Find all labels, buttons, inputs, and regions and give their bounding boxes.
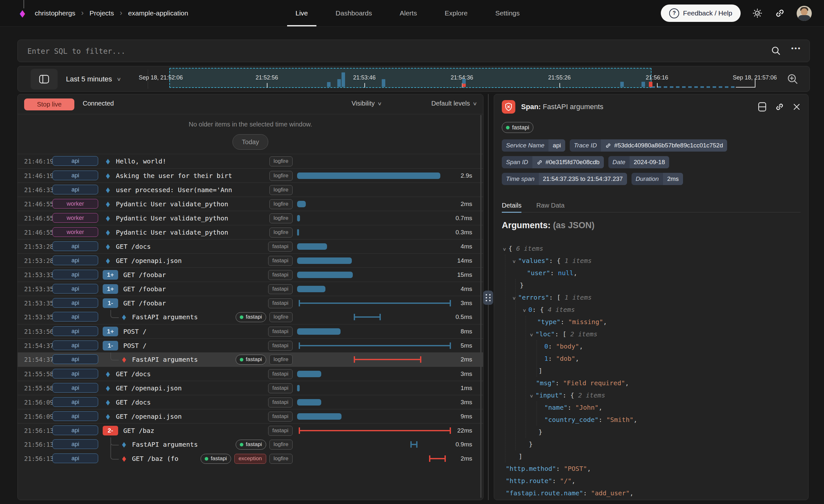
collapse-caret-icon[interactable]: ∨ bbox=[503, 243, 506, 255]
trace-row[interactable]: 21:53:28api◆GET /docsfastapi4ms bbox=[18, 239, 483, 253]
zoom-in-icon[interactable] bbox=[786, 72, 800, 86]
trace-row[interactable]: 21:46:55worker◆Pydantic User validate_py… bbox=[18, 211, 483, 225]
collapse-caret-icon[interactable]: ∨ bbox=[512, 292, 516, 304]
tab-raw-data[interactable]: Raw Data bbox=[536, 199, 564, 212]
trace-row[interactable]: 21:53:35api◆FastAPI argumentsfastapilogf… bbox=[18, 310, 483, 324]
default-levels-label: Default levels bbox=[431, 100, 470, 107]
children-count-badge[interactable]: 1+ bbox=[103, 270, 118, 280]
logfire-logo-icon[interactable]: ◆ bbox=[19, 6, 29, 21]
trace-row[interactable]: 21:53:35api1-GET /foobarfastapi3ms bbox=[18, 296, 483, 310]
children-count-badge[interactable]: 2- bbox=[103, 426, 118, 435]
row-content: 2-GET /baz bbox=[103, 423, 154, 438]
feedback-help-button[interactable]: ? Feedback / Help bbox=[661, 4, 741, 22]
today-button[interactable]: Today bbox=[232, 134, 268, 149]
span-message: GET /docs bbox=[116, 243, 150, 250]
user-avatar[interactable] bbox=[797, 6, 812, 21]
span-message: FastAPI arguments bbox=[132, 440, 198, 448]
chip-label: Date bbox=[608, 156, 630, 168]
timeline-selection[interactable] bbox=[169, 68, 651, 88]
theme-toggle-icon[interactable] bbox=[751, 7, 763, 19]
trace-row[interactable]: 21:53:35api1+GET /foobarfastapi4ms bbox=[18, 282, 483, 296]
nav-tab-settings[interactable]: Settings bbox=[495, 0, 520, 26]
service-pill-api: api bbox=[53, 326, 98, 336]
row-tags: fastapilogfire bbox=[236, 352, 293, 367]
nav-tab-alerts[interactable]: Alerts bbox=[400, 0, 417, 26]
close-icon[interactable] bbox=[793, 103, 801, 111]
children-count-badge[interactable]: 1- bbox=[103, 298, 118, 308]
row-tags: fastapi bbox=[268, 296, 293, 310]
span-message: POST / bbox=[123, 328, 146, 335]
copy-link-icon[interactable] bbox=[775, 102, 785, 112]
span-message: FastAPI arguments bbox=[132, 313, 198, 321]
trace-row[interactable]: 21:55:58api◆GET /openapi.jsonfastapi1ms bbox=[18, 381, 483, 395]
trace-row[interactable]: 21:54:37api1-POST /fastapi5ms bbox=[18, 338, 483, 352]
trace-row[interactable]: 21:46:19api◆Hello, world!logfire bbox=[18, 154, 483, 168]
collapse-caret-icon[interactable]: ∨ bbox=[512, 255, 516, 268]
error-shield-icon bbox=[502, 100, 515, 114]
scrollbar[interactable] bbox=[480, 115, 482, 498]
trace-row[interactable]: 21:56:13api◆GET /baz (fofastapiexception… bbox=[18, 451, 483, 466]
breadcrumb-item[interactable]: Projects bbox=[90, 9, 114, 17]
service-pill-api: api bbox=[53, 298, 98, 308]
span-diamond-icon: ◆ bbox=[122, 455, 126, 463]
stop-live-button[interactable]: Stop live bbox=[24, 98, 74, 110]
trace-row[interactable]: 21:46:19api◆Asking the user for their bi… bbox=[18, 168, 483, 183]
dock-panel-icon[interactable] bbox=[758, 102, 766, 112]
share-link-icon[interactable] bbox=[774, 7, 786, 19]
nav-tab-dashboards[interactable]: Dashboards bbox=[336, 0, 372, 26]
search-icon[interactable] bbox=[770, 45, 782, 57]
timeline-baseline-dashes bbox=[651, 86, 736, 88]
chip-value[interactable]: #0e31f5fd70e08cdb bbox=[532, 156, 604, 168]
timeline[interactable]: Sep 18, 21:52:06Sep 18, 21:57:0621:52:56… bbox=[18, 66, 810, 91]
nav-tab-explore[interactable]: Explore bbox=[444, 0, 468, 26]
json-token: null bbox=[558, 269, 573, 277]
duration-bar bbox=[410, 441, 417, 448]
tab-details[interactable]: Details bbox=[502, 199, 521, 212]
help-icon: ? bbox=[669, 8, 679, 18]
json-line: ] bbox=[502, 365, 805, 377]
json-token: : bbox=[548, 342, 556, 350]
detail-header-actions bbox=[758, 102, 801, 112]
trace-row[interactable]: 21:56:09api◆GET /openapi.jsonfastapi9ms bbox=[18, 409, 483, 423]
breadcrumb-item[interactable]: christophergs bbox=[35, 9, 75, 17]
trace-row[interactable]: 21:56:13api2-GET /bazfastapi22ms bbox=[18, 423, 483, 437]
chip-value[interactable]: #53ddc40980a86b57bfe89c1cc01c752d bbox=[601, 139, 727, 152]
trace-row[interactable]: 21:46:55worker◆Pydantic User validate_py… bbox=[18, 197, 483, 211]
trace-row[interactable]: 21:53:28api◆GET /openapi.jsonfastapi14ms bbox=[18, 253, 483, 268]
trace-row[interactable]: 21:55:58api◆GET /docsfastapi3ms bbox=[18, 367, 483, 381]
default-levels-dropdown[interactable]: Default levels ∨ bbox=[431, 100, 477, 107]
children-count-badge[interactable]: 1+ bbox=[103, 327, 118, 336]
trace-row[interactable]: 21:53:33api1+GET /foobarfastapi15ms bbox=[18, 268, 483, 282]
visibility-dropdown[interactable]: Visibility ∨ bbox=[351, 100, 382, 107]
trace-row[interactable]: 21:56:13api◆FastAPI argumentsfastapilogf… bbox=[18, 437, 483, 451]
row-timestamp: 21:54:37 bbox=[24, 352, 54, 367]
json-line: "msg": "Field required", bbox=[502, 377, 805, 389]
logfire-tag: logfire bbox=[270, 227, 293, 237]
duration-bar bbox=[297, 272, 353, 278]
children-count-badge[interactable]: 1+ bbox=[103, 284, 118, 294]
row-timestamp: 21:55:58 bbox=[24, 381, 54, 395]
service-pill-api: api bbox=[53, 383, 98, 393]
trace-row[interactable]: 21:46:33api◆user processed: User(name='A… bbox=[18, 183, 483, 197]
collapse-caret-icon[interactable]: ∨ bbox=[523, 304, 526, 316]
service-pill-api: api bbox=[53, 270, 98, 279]
breadcrumb-item[interactable]: example-application bbox=[128, 9, 188, 17]
json-token: 0 bbox=[544, 342, 548, 350]
nav-tab-live[interactable]: Live bbox=[296, 0, 308, 26]
panel-resize-handle[interactable] bbox=[483, 291, 493, 305]
timeline-histogram-bar bbox=[337, 79, 341, 87]
sql-filter-input[interactable] bbox=[18, 40, 762, 63]
trace-row[interactable]: 21:56:09api◆GET /docsfastapi3ms bbox=[18, 395, 483, 409]
collapse-caret-icon[interactable]: ∨ bbox=[530, 329, 533, 341]
span-diamond-icon: ◆ bbox=[106, 412, 110, 421]
more-options-icon[interactable]: ••• bbox=[791, 44, 801, 52]
trace-row[interactable]: 21:54:37api◆FastAPI argumentsfastapilogf… bbox=[18, 352, 483, 367]
service-pill-api: api bbox=[53, 411, 98, 421]
row-content: ◆GET /docs bbox=[103, 367, 150, 381]
collapse-caret-icon[interactable]: ∨ bbox=[530, 390, 533, 402]
trace-row[interactable]: 21:46:55worker◆Pydantic User validate_py… bbox=[18, 225, 483, 239]
children-count-badge[interactable]: 1- bbox=[103, 341, 118, 350]
trace-row[interactable]: 21:53:56api1+POST /fastapi8ms bbox=[18, 324, 483, 338]
span-message: GET /baz bbox=[123, 427, 154, 434]
duration-bar-zone bbox=[297, 338, 455, 353]
